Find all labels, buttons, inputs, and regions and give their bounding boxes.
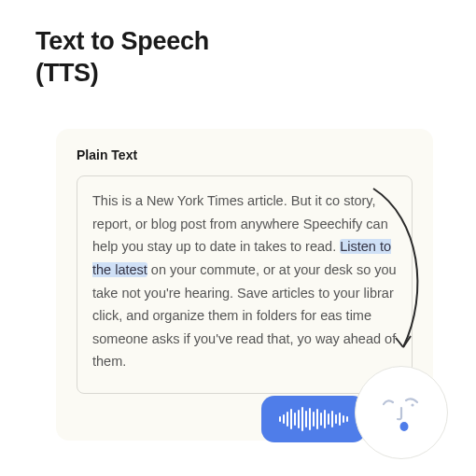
play-audio-button[interactable]: [261, 396, 366, 442]
svg-point-1: [400, 422, 409, 431]
card-label: Plain Text: [77, 147, 413, 162]
svg-point-0: [411, 403, 413, 406]
heading-line-2: (TTS): [35, 59, 98, 87]
body-after: on your commute, or at your desk so you …: [92, 262, 397, 370]
heading-line-1: Text to Speech: [35, 27, 209, 55]
speaking-face-icon: [376, 387, 427, 438]
waveform-icon: [279, 407, 348, 431]
page-title: Text to Speech (TTS): [35, 26, 209, 90]
plain-text-box[interactable]: This is a New York Times article. But it…: [77, 175, 413, 394]
voice-avatar[interactable]: [355, 366, 448, 459]
